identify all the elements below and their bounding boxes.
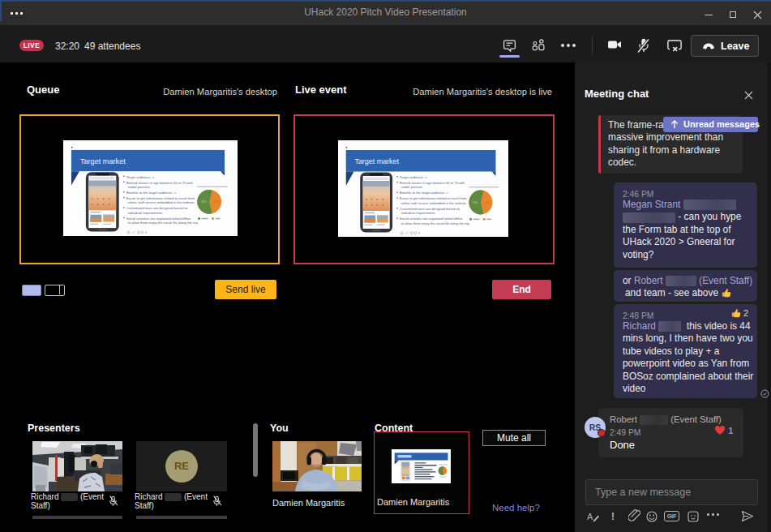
svg-text:A: A: [587, 512, 593, 521]
